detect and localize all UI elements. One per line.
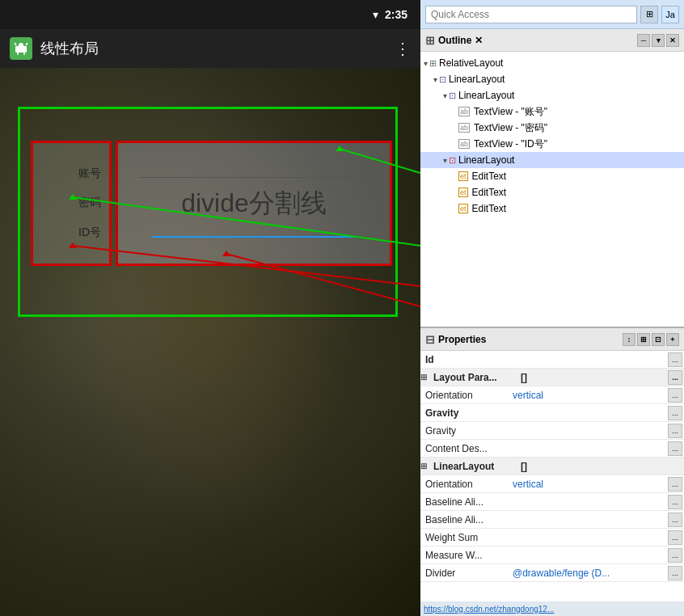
properties-icon: ⊟ xyxy=(425,333,435,346)
svg-rect-3 xyxy=(15,46,27,53)
quick-access-input[interactable]: Quick Access xyxy=(425,6,637,23)
tree-item-linearlayout-2[interactable]: ▾ ⊡ LinearLayout xyxy=(420,87,684,103)
android-panel: ▾ 2:35 线性布局 ⋮ 账号 密码 ID号 xyxy=(0,0,420,616)
tree-label: EditText xyxy=(472,187,507,198)
expand-icon: ⊞ xyxy=(420,373,427,382)
tree-item-textview-password[interactable]: ▾ ab TextView - "密码" xyxy=(420,120,684,136)
java-perspective-button[interactable]: Ja xyxy=(661,6,679,23)
outline-controls: ─ ▾ ✕ xyxy=(637,34,679,47)
prop-key-orientation: Orientation xyxy=(420,390,509,401)
red-right-rect: divide分割线 xyxy=(116,141,392,266)
prop-row-baseline-1[interactable]: Baseline Ali... ... xyxy=(420,493,684,511)
properties-table: Id ... ⊞ Layout Para... [] ... Orientati… xyxy=(420,351,684,601)
id-label: ID号 xyxy=(78,226,101,240)
prop-btn-baseline-2[interactable]: ... xyxy=(668,513,682,527)
prop-row-baseline-2[interactable]: Baseline Ali... ... xyxy=(420,511,684,529)
app-icon xyxy=(10,37,32,60)
android-titlebar: 线性布局 ⋮ xyxy=(0,29,420,68)
perspective-button[interactable]: ⊞ xyxy=(640,6,658,23)
prop-row-content-desc[interactable]: Content Des... ... xyxy=(420,440,684,458)
tree-item-edittext-2[interactable]: ▾ et EditText xyxy=(420,184,684,200)
tree-arrow: ▾ xyxy=(433,75,437,84)
add-button[interactable]: + xyxy=(666,333,679,346)
tree-arrow: ▾ xyxy=(443,156,447,165)
prop-value-divider: @drawable/fenge (D... xyxy=(509,567,668,579)
prop-row-measure-w[interactable]: Measure W... ... xyxy=(420,546,684,564)
prop-btn-gravity[interactable]: ... xyxy=(668,424,682,438)
svg-line-1 xyxy=(15,43,16,45)
prop-key-content-desc: Content Des... xyxy=(420,443,509,454)
tree-label: TextView - "密码" xyxy=(474,121,547,135)
sort-button[interactable]: ↕ xyxy=(623,333,635,346)
prop-row-gravity-bold[interactable]: Gravity ... xyxy=(420,404,684,422)
prop-row-layout-params[interactable]: ⊞ Layout Para... [] ... xyxy=(420,369,684,386)
outline-panel: ⊞ Outline ✕ ─ ▾ ✕ ▾ ⊞ RelativeLayout ▾ ⊡… xyxy=(420,29,684,328)
prop-value-layout: [] xyxy=(517,372,668,383)
filter-button[interactable]: ⊞ xyxy=(637,333,650,346)
prop-btn-weight-sum[interactable]: ... xyxy=(668,530,682,545)
prop-btn-orientation-2[interactable]: ... xyxy=(668,477,682,492)
prop-btn-id[interactable]: ... xyxy=(668,352,682,367)
divide-text: divide分割线 xyxy=(181,186,327,222)
eclipse-topbar: Quick Access ⊞ Ja xyxy=(420,0,684,29)
tree-item-linearlayout-1[interactable]: ▾ ⊡ LinearLayout xyxy=(420,71,684,87)
prop-key-baseline-2: Baseline Ali... xyxy=(420,514,509,525)
prop-value-orientation-2: vertical xyxy=(509,479,668,490)
menu-button[interactable]: ⋮ xyxy=(395,39,411,58)
tree-label: LinearLayout xyxy=(458,154,514,166)
tree-label: LinearLayout xyxy=(449,74,505,85)
prop-value-orientation: vertical xyxy=(509,390,668,401)
prop-btn-orientation[interactable]: ... xyxy=(668,388,682,403)
layout-icon: ⊡ xyxy=(439,74,446,85)
properties-panel: ⊟ Properties ↕ ⊞ ⊡ + Id ... ⊞ Layout Par… xyxy=(420,328,684,616)
svg-line-2 xyxy=(26,43,27,45)
prop-key-orientation-2: Orientation xyxy=(420,479,509,490)
eclipse-topbar-icons: ⊞ Ja xyxy=(640,6,679,23)
maximize-button[interactable]: ▾ xyxy=(652,34,665,47)
outline-tree: ▾ ⊞ RelativeLayout ▾ ⊡ LinearLayout ▾ ⊡ … xyxy=(420,52,684,327)
prop-btn-gravity-bold[interactable]: ... xyxy=(668,406,682,420)
outline-title: Outline ✕ xyxy=(438,35,483,46)
tree-arrow: ▾ xyxy=(424,59,428,68)
outline-titlebar: ⊞ Outline ✕ ─ ▾ ✕ xyxy=(420,29,684,52)
minimize-button[interactable]: ─ xyxy=(637,34,650,47)
prop-btn-content-desc[interactable]: ... xyxy=(668,441,682,456)
tree-item-linearlayout-3[interactable]: ▾ ⊡ LinearLayout xyxy=(420,152,684,168)
tree-label: TextView - "账号" xyxy=(474,105,547,119)
bottom-link-text: https://blog.csdn.net/zhangdong12... xyxy=(424,605,554,614)
prop-row-gravity[interactable]: Gravity ... xyxy=(420,422,684,440)
android-content: 账号 密码 ID号 divide分割线 xyxy=(0,68,420,616)
tree-item-relativelayout[interactable]: ▾ ⊞ RelativeLayout xyxy=(420,55,684,71)
prop-row-orientation-2[interactable]: Orientation vertical ... xyxy=(420,475,684,493)
prop-row-id[interactable]: Id ... xyxy=(420,351,684,369)
close-button[interactable]: ✕ xyxy=(666,34,679,47)
divide-line-1 xyxy=(139,177,369,178)
edittext-icon: et xyxy=(458,188,468,197)
prop-row-orientation[interactable]: Orientation vertical ... xyxy=(420,386,684,404)
prop-btn-baseline-1[interactable]: ... xyxy=(668,495,682,509)
tree-item-textview-account[interactable]: ▾ ab TextView - "账号" xyxy=(420,103,684,120)
prop-key-gravity-bold: Gravity xyxy=(420,407,509,419)
tree-item-edittext-1[interactable]: ▾ et EditText xyxy=(420,168,684,184)
prop-row-divider[interactable]: Divider @drawable/fenge (D... ... xyxy=(420,564,684,582)
tree-item-textview-id[interactable]: ▾ ab TextView - "ID号" xyxy=(420,136,684,152)
tree-label: LinearLayout xyxy=(458,90,514,101)
textview-icon: ab xyxy=(458,107,470,116)
outline-icon: ⊞ xyxy=(425,34,435,47)
prop-key-measure-w: Measure W... xyxy=(420,550,509,561)
tree-label: EditText xyxy=(472,203,507,214)
textview-icon: ab xyxy=(458,123,470,133)
prop-btn-divider[interactable]: ... xyxy=(668,566,682,580)
prop-row-linearlayout[interactable]: ⊞ LinearLayout [] xyxy=(420,458,684,475)
prop-value-linearlayout: [] xyxy=(517,461,684,472)
prop-btn-layout[interactable]: ... xyxy=(668,370,682,385)
expand-button[interactable]: ⊡ xyxy=(652,333,665,346)
edittext-icon: et xyxy=(458,204,468,213)
tree-item-edittext-3[interactable]: ▾ et EditText xyxy=(420,200,684,217)
tree-label: RelativeLayout xyxy=(439,57,503,69)
prop-row-weight-sum[interactable]: Weight Sum ... xyxy=(420,529,684,546)
prop-btn-measure-w[interactable]: ... xyxy=(668,548,682,563)
layout-icon: ⊞ xyxy=(429,58,437,69)
android-statusbar: ▾ 2:35 xyxy=(0,0,420,29)
bottom-link[interactable]: https://blog.csdn.net/zhangdong12... xyxy=(420,601,684,616)
